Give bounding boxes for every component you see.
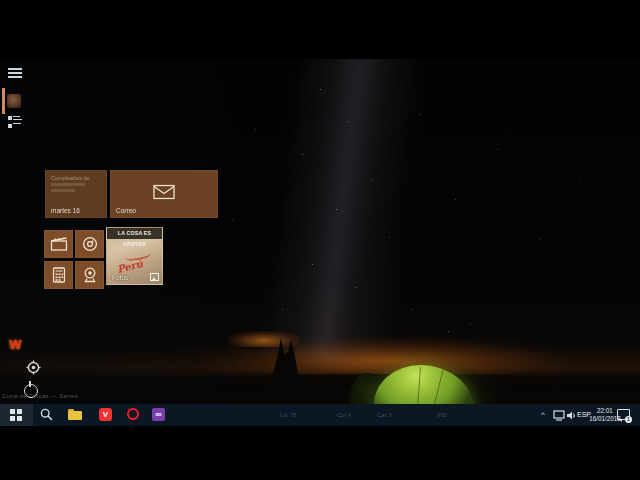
opera-logo — [127, 408, 139, 420]
action-center-icon[interactable]: 1 — [617, 408, 631, 422]
tile-camera[interactable] — [75, 261, 104, 289]
tile-photos[interactable]: LA COSA ES APOYAR Perú Fotos — [106, 227, 163, 285]
gear-icon[interactable] — [26, 360, 41, 379]
w-app-icon[interactable]: W — [9, 338, 21, 351]
file-explorer-icon[interactable] — [68, 404, 84, 426]
clapperboard-icon — [50, 237, 67, 251]
photos-icon — [150, 273, 159, 281]
windows-logo-icon — [10, 409, 22, 421]
user-avatar[interactable] — [7, 94, 21, 108]
tile-mail-label: Correo — [116, 207, 136, 214]
tile-calculator[interactable] — [44, 261, 73, 289]
folder-icon — [68, 411, 82, 420]
tile-movies-tv[interactable] — [44, 230, 73, 258]
start-button[interactable] — [0, 404, 33, 426]
taskbar: V ∞ Lín 76 Col 4 Car 3 INS ^ — [0, 404, 640, 426]
status-line-col: Lín 76 — [280, 412, 297, 418]
camera-icon — [82, 267, 97, 283]
search-icon[interactable] — [40, 404, 55, 426]
recent-list-icon[interactable] — [7, 114, 23, 130]
tile-mail[interactable]: Correo — [110, 170, 218, 218]
notification-badge: 1 — [625, 416, 632, 423]
network-icon[interactable] — [553, 410, 565, 421]
visual-studio-logo: ∞ — [152, 408, 165, 421]
hidden-icons-chevron[interactable]: ^ — [541, 410, 545, 420]
video-frame-desktop: W Cumpleaños de martes 16 C — [0, 0, 640, 480]
visual-studio-icon[interactable]: ∞ — [152, 404, 166, 426]
desktop-content: W Cumpleaños de martes 16 C — [0, 59, 640, 426]
calendar-event-text: Cumpleaños de — [51, 175, 90, 181]
envelope-icon — [153, 185, 175, 200]
calculator-icon — [52, 267, 65, 283]
photo-caption: Perú — [116, 258, 144, 275]
status-col: Col 4 — [337, 412, 351, 418]
vivaldi-icon[interactable]: V — [99, 404, 113, 426]
photo-headline: LA COSA ES APOYAR — [107, 228, 162, 239]
music-disc-icon — [82, 236, 98, 252]
status-ins: INS — [437, 412, 447, 418]
tile-calendar[interactable]: Cumpleaños de martes 16 — [45, 170, 107, 218]
speaker-icon[interactable] — [566, 410, 577, 421]
selection-indicator — [2, 88, 5, 114]
tile-groove-music[interactable] — [75, 230, 104, 258]
hamburger-icon[interactable] — [7, 66, 23, 82]
vivaldi-logo: V — [99, 408, 112, 421]
status-char: Car 3 — [377, 412, 392, 418]
calendar-event-line — [51, 189, 75, 192]
calendar-event-line — [51, 183, 85, 186]
opera-icon[interactable] — [127, 404, 141, 426]
tile-calendar-label: martes 16 — [51, 207, 80, 214]
cropped-desktop-text: Cuna de Chicas — Series — [2, 393, 92, 399]
tile-photos-label: Fotos — [112, 274, 128, 281]
